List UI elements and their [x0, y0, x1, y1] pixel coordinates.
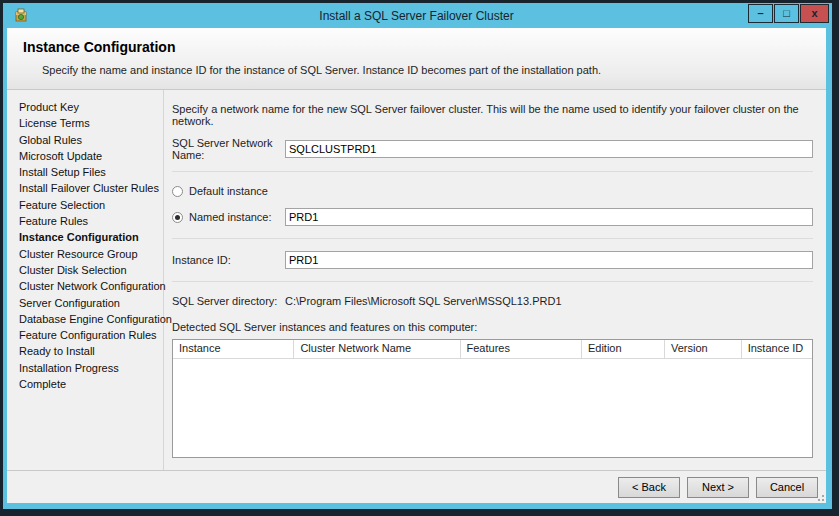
table-column-cluster-network-name[interactable]: Cluster Network Name	[294, 340, 460, 358]
table-column-features[interactable]: Features	[461, 340, 582, 358]
named-instance-label: Named instance:	[189, 211, 272, 223]
cancel-button[interactable]: Cancel	[756, 477, 818, 498]
page-title: Instance Configuration	[23, 39, 826, 55]
sql-directory-label: SQL Server directory:	[172, 295, 285, 307]
page-subtitle: Specify the name and instance ID for the…	[42, 64, 826, 76]
wizard-button-bar: < Back Next > Cancel	[7, 470, 826, 503]
detected-instances-table[interactable]: InstanceCluster Network NameFeaturesEdit…	[172, 339, 813, 458]
sidebar-item-install-setup-files[interactable]: Install Setup Files	[19, 164, 163, 180]
default-instance-radio[interactable]	[172, 186, 183, 197]
sidebar-item-product-key[interactable]: Product Key	[19, 99, 163, 115]
sidebar-item-microsoft-update[interactable]: Microsoft Update	[19, 148, 163, 164]
sidebar-item-license-terms[interactable]: License Terms	[19, 115, 163, 131]
minimize-icon[interactable]: –	[748, 4, 773, 23]
sidebar-item-install-failover-cluster-rules[interactable]: Install Failover Cluster Rules	[19, 180, 163, 196]
named-instance-radio[interactable]	[172, 212, 183, 223]
sidebar-item-feature-rules[interactable]: Feature Rules	[19, 213, 163, 229]
sidebar-item-feature-selection[interactable]: Feature Selection	[19, 197, 163, 213]
network-name-description: Specify a network name for the new SQL S…	[172, 103, 813, 127]
sidebar-item-ready-to-install[interactable]: Ready to Install	[19, 343, 163, 359]
sidebar-item-cluster-resource-group[interactable]: Cluster Resource Group	[19, 246, 163, 262]
sidebar-item-installation-progress[interactable]: Installation Progress	[19, 360, 163, 376]
detected-instances-label: Detected SQL Server instances and featur…	[172, 321, 813, 333]
sidebar-item-instance-configuration[interactable]: Instance Configuration	[19, 229, 163, 245]
close-icon[interactable]: x	[800, 4, 829, 23]
maximize-icon[interactable]: □	[774, 4, 799, 23]
sidebar-item-server-configuration[interactable]: Server Configuration	[19, 295, 163, 311]
sql-directory-value: C:\Program Files\Microsoft SQL Server\MS…	[285, 295, 562, 307]
installer-window: Install a SQL Server Failover Cluster – …	[3, 3, 832, 509]
sidebar-item-cluster-disk-selection[interactable]: Cluster Disk Selection	[19, 262, 163, 278]
table-column-edition[interactable]: Edition	[582, 340, 665, 358]
page-header: Instance Configuration Specify the name …	[7, 28, 826, 90]
next-button[interactable]: Next >	[687, 477, 749, 498]
table-empty-body	[173, 359, 812, 457]
back-button[interactable]: < Back	[618, 477, 680, 498]
default-instance-label: Default instance	[189, 185, 268, 197]
table-header-row: InstanceCluster Network NameFeaturesEdit…	[173, 340, 812, 359]
window-title: Install a SQL Server Failover Cluster	[7, 9, 826, 23]
instance-id-label: Instance ID:	[172, 254, 285, 266]
sidebar-item-complete[interactable]: Complete	[19, 376, 163, 392]
divider	[172, 171, 813, 172]
title-bar[interactable]: Install a SQL Server Failover Cluster – …	[7, 3, 826, 28]
setup-steps-sidebar: Product KeyLicense TermsGlobal RulesMicr…	[7, 90, 164, 470]
window-controls: – □ x	[747, 4, 829, 23]
divider	[172, 281, 813, 282]
table-column-instance-id[interactable]: Instance ID	[742, 340, 812, 358]
client-area: Instance Configuration Specify the name …	[7, 28, 826, 503]
resize-grip-icon[interactable]	[815, 492, 825, 502]
table-column-version[interactable]: Version	[665, 340, 742, 358]
table-column-instance[interactable]: Instance	[173, 340, 294, 358]
divider	[172, 238, 813, 239]
instance-id-input[interactable]	[285, 251, 813, 269]
sidebar-item-feature-configuration-rules[interactable]: Feature Configuration Rules	[19, 327, 163, 343]
sidebar-item-global-rules[interactable]: Global Rules	[19, 132, 163, 148]
sidebar-item-cluster-network-configuration[interactable]: Cluster Network Configuration	[19, 278, 163, 294]
network-name-label: SQL Server Network Name:	[172, 137, 285, 161]
sidebar-item-database-engine-configuration[interactable]: Database Engine Configuration	[19, 311, 163, 327]
sql-setup-app-icon	[13, 7, 29, 23]
network-name-input[interactable]	[285, 140, 813, 158]
instance-configuration-panel: Specify a network name for the new SQL S…	[164, 90, 826, 470]
named-instance-input[interactable]	[285, 208, 813, 226]
